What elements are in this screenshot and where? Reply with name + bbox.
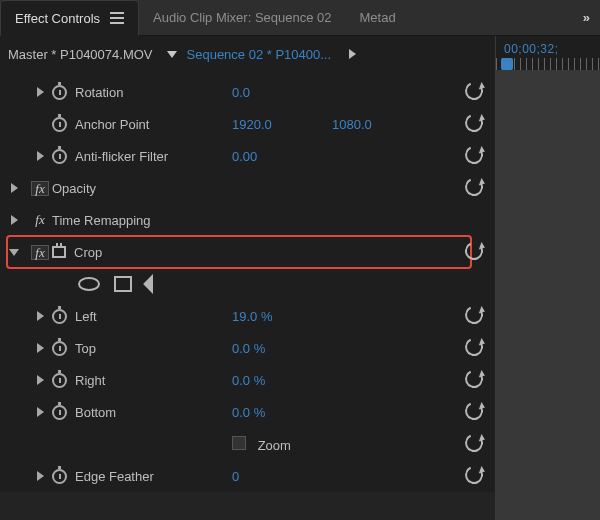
property-label: Left	[75, 309, 97, 324]
effect-row-crop[interactable]: fx Crop	[0, 236, 495, 268]
mini-timeline[interactable]: 00;00;32;	[495, 36, 600, 520]
tab-metadata[interactable]: Metad	[346, 0, 410, 35]
expand-icon[interactable]	[37, 407, 44, 417]
reset-icon[interactable]	[462, 143, 485, 166]
property-label: Anti-flicker Filter	[75, 149, 168, 164]
property-label: Zoom	[258, 438, 291, 453]
property-row-crop-left: Left 19.0 %	[0, 300, 495, 332]
expand-icon[interactable]	[37, 375, 44, 385]
property-label: Bottom	[75, 405, 116, 420]
panel-menu-icon[interactable]	[110, 12, 124, 24]
chevron-double-right-icon: »	[583, 10, 590, 25]
reset-icon[interactable]	[462, 111, 485, 134]
property-value[interactable]: 0.00	[232, 149, 332, 164]
property-row-rotation: Rotation 0.0	[0, 76, 495, 108]
caret-down-icon[interactable]	[167, 51, 177, 58]
property-label: Top	[75, 341, 96, 356]
stopwatch-icon[interactable]	[52, 341, 67, 356]
tab-label: Metad	[360, 10, 396, 25]
fx-badge-icon[interactable]: fx	[31, 245, 49, 260]
stopwatch-icon[interactable]	[52, 117, 67, 132]
property-value[interactable]: 0.0 %	[232, 341, 332, 356]
effect-properties-list: Rotation 0.0 Anchor Point 1920.0 1080.0 …	[0, 72, 495, 492]
pen-mask-icon[interactable]	[143, 274, 163, 294]
effect-row-opacity: fx Opacity	[0, 172, 495, 204]
stopwatch-icon[interactable]	[52, 85, 67, 100]
reset-icon[interactable]	[462, 367, 485, 390]
property-row-crop-top: Top 0.0 %	[0, 332, 495, 364]
anchor-x-value[interactable]: 1920.0	[232, 117, 332, 132]
effect-row-time-remapping: fx Time Remapping	[0, 204, 495, 236]
expand-icon[interactable]	[37, 471, 44, 481]
expand-icon[interactable]	[37, 343, 44, 353]
playhead-icon[interactable]	[501, 58, 513, 70]
property-row-crop-edge-feather: Edge Feather 0	[0, 460, 495, 492]
stopwatch-icon[interactable]	[52, 469, 67, 484]
tab-overflow-button[interactable]: »	[573, 0, 600, 35]
stopwatch-icon[interactable]	[52, 309, 67, 324]
property-row-crop-zoom: Zoom	[0, 428, 495, 460]
property-label: Right	[75, 373, 105, 388]
ellipse-mask-icon[interactable]	[78, 277, 100, 291]
tab-label: Effect Controls	[15, 11, 100, 26]
property-value[interactable]: 0	[232, 469, 332, 484]
property-label: Rotation	[75, 85, 123, 100]
collapse-icon[interactable]	[9, 249, 19, 256]
timeline-track-area[interactable]	[496, 70, 600, 520]
expand-icon[interactable]	[11, 183, 18, 193]
reset-icon[interactable]	[462, 303, 485, 326]
expand-icon[interactable]	[37, 311, 44, 321]
property-row-crop-bottom: Bottom 0.0 %	[0, 396, 495, 428]
reset-icon[interactable]	[462, 175, 485, 198]
property-value[interactable]: 19.0 %	[232, 309, 332, 324]
reset-icon[interactable]	[462, 431, 485, 454]
property-value[interactable]: 0.0 %	[232, 373, 332, 388]
tab-audio-clip-mixer[interactable]: Audio Clip Mixer: Sequence 02	[139, 0, 346, 35]
reset-icon[interactable]	[462, 463, 485, 486]
fx-badge-icon[interactable]: fx	[31, 181, 49, 196]
effect-label: Time Remapping	[52, 213, 151, 228]
stopwatch-icon[interactable]	[52, 405, 67, 420]
effect-label: Crop	[74, 245, 102, 260]
rectangle-mask-icon[interactable]	[114, 276, 132, 292]
tab-label: Audio Clip Mixer: Sequence 02	[153, 10, 332, 25]
reset-icon[interactable]	[462, 79, 485, 102]
effect-label: Opacity	[52, 181, 96, 196]
zoom-checkbox[interactable]	[232, 436, 246, 450]
anchor-y-value[interactable]: 1080.0	[332, 117, 412, 132]
property-value[interactable]: 0.0	[232, 85, 332, 100]
panel-tabs: Effect Controls Audio Clip Mixer: Sequen…	[0, 0, 600, 36]
reset-icon[interactable]	[462, 335, 485, 358]
property-row-antiflicker: Anti-flicker Filter 0.00	[0, 140, 495, 172]
expand-icon[interactable]	[37, 87, 44, 97]
sequence-clip-name[interactable]: Sequence 02 * P10400...	[187, 47, 332, 62]
property-value[interactable]: 0.0 %	[232, 405, 332, 420]
property-label: Edge Feather	[75, 469, 154, 484]
play-icon[interactable]	[349, 49, 356, 59]
expand-icon[interactable]	[37, 151, 44, 161]
stopwatch-icon[interactable]	[52, 373, 67, 388]
timecode-display[interactable]: 00;00;32;	[504, 42, 559, 56]
reset-icon[interactable]	[462, 399, 485, 422]
mask-tools-row	[0, 268, 495, 300]
tab-effect-controls[interactable]: Effect Controls	[0, 0, 139, 36]
expand-icon[interactable]	[11, 215, 18, 225]
effect-bypass-icon[interactable]	[52, 246, 66, 258]
property-row-crop-right: Right 0.0 %	[0, 364, 495, 396]
reset-icon[interactable]	[462, 239, 485, 262]
fx-badge-icon[interactable]: fx	[35, 212, 44, 228]
master-clip-name[interactable]: Master * P1040074.MOV	[8, 47, 153, 62]
property-row-anchor-point: Anchor Point 1920.0 1080.0	[0, 108, 495, 140]
stopwatch-icon[interactable]	[52, 149, 67, 164]
property-label: Anchor Point	[75, 117, 149, 132]
